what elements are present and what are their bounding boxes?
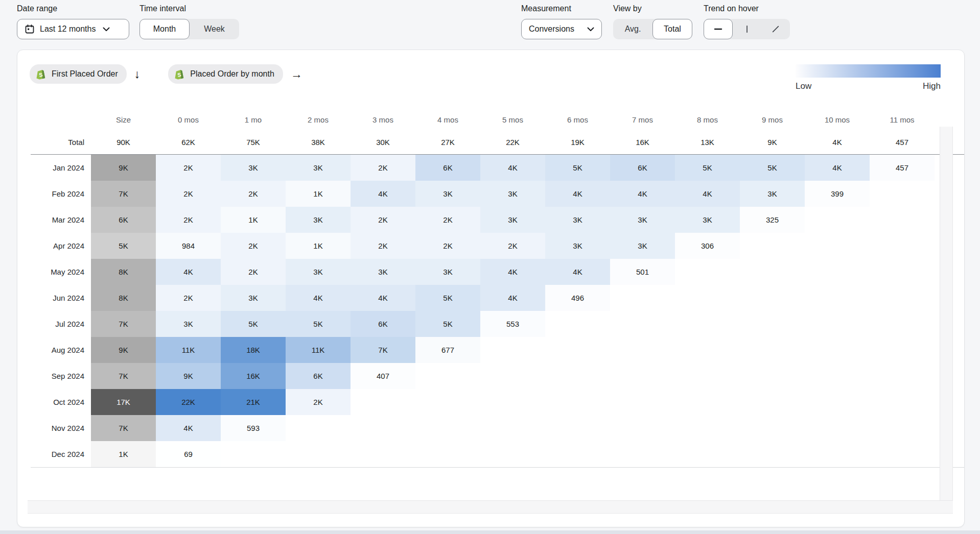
heatmap-cell[interactable]: 4K (480, 155, 545, 181)
heatmap-cell[interactable]: 6K (286, 363, 351, 389)
heatmap-cell[interactable]: 2K (415, 233, 480, 259)
heatmap-cell[interactable]: 496 (545, 285, 610, 311)
heatmap-cell[interactable]: 9K (156, 363, 221, 389)
view-by-option-avg[interactable]: Avg. (613, 19, 652, 39)
heatmap-cell[interactable]: 4K (480, 285, 545, 311)
heatmap-cell[interactable]: 3K (480, 207, 545, 233)
heatmap-cell[interactable]: 2K (415, 207, 480, 233)
view-by-option-total[interactable]: Total (652, 19, 692, 39)
heatmap-cell[interactable]: 3K (156, 311, 221, 337)
cohort-event-badge[interactable]: S First Placed Order (30, 64, 127, 84)
heatmap-cell[interactable]: 4K (610, 181, 675, 207)
heatmap-cell[interactable]: 2K (286, 389, 351, 415)
trend-bar-option[interactable] (733, 19, 761, 39)
heatmap-cell[interactable]: 4K (480, 259, 545, 285)
heatmap-cell[interactable]: 3K (675, 207, 740, 233)
size-cell[interactable]: 9K (91, 337, 156, 363)
date-range-dropdown[interactable]: Last 12 months (17, 19, 129, 39)
heatmap-cell[interactable]: 2K (480, 233, 545, 259)
size-cell[interactable]: 9K (91, 155, 156, 181)
horizontal-scrollbar[interactable] (28, 500, 953, 514)
size-cell[interactable]: 17K (91, 389, 156, 415)
heatmap-cell[interactable]: 4K (286, 285, 351, 311)
heatmap-cell[interactable]: 4K (351, 285, 415, 311)
heatmap-cell[interactable]: 5K (415, 311, 480, 337)
heatmap-cell[interactable]: 3K (610, 233, 675, 259)
heatmap-cell[interactable]: 2K (156, 155, 221, 181)
heatmap-cell[interactable]: 5K (221, 311, 286, 337)
heatmap-cell[interactable]: 22K (156, 389, 221, 415)
heatmap-cell[interactable]: 3K (545, 207, 610, 233)
heatmap-cell[interactable]: 1K (286, 181, 351, 207)
heatmap-cell[interactable]: 3K (740, 181, 805, 207)
measurement-dropdown[interactable]: Conversions (521, 19, 602, 39)
heatmap-cell[interactable]: 4K (545, 181, 610, 207)
heatmap-cell[interactable]: 6K (351, 311, 415, 337)
trend-slope-option[interactable] (761, 19, 790, 39)
heatmap-cell[interactable]: 457 (870, 155, 935, 181)
heatmap-cell[interactable]: 4K (351, 181, 415, 207)
heatmap-cell[interactable]: 3K (480, 181, 545, 207)
size-cell[interactable]: 7K (91, 311, 156, 337)
heatmap-cell[interactable]: 6K (415, 155, 480, 181)
trend-flat-option[interactable] (704, 19, 733, 39)
heatmap-cell[interactable]: 3K (286, 259, 351, 285)
heatmap-cell[interactable]: 593 (221, 415, 286, 441)
vertical-scrollbar[interactable] (940, 127, 953, 500)
heatmap-cell[interactable]: 3K (286, 207, 351, 233)
heatmap-cell[interactable]: 3K (545, 233, 610, 259)
time-interval-option-week[interactable]: Week (190, 19, 239, 39)
size-cell[interactable]: 5K (91, 233, 156, 259)
heatmap-cell[interactable]: 3K (221, 155, 286, 181)
heatmap-cell[interactable]: 3K (351, 259, 415, 285)
heatmap-cell[interactable]: 4K (156, 259, 221, 285)
heatmap-cell[interactable]: 2K (351, 233, 415, 259)
time-interval-option-month[interactable]: Month (139, 19, 190, 39)
heatmap-cell[interactable]: 501 (610, 259, 675, 285)
size-cell[interactable]: 7K (91, 181, 156, 207)
heatmap-cell[interactable]: 399 (805, 181, 870, 207)
size-cell[interactable]: 7K (91, 415, 156, 441)
size-cell[interactable]: 7K (91, 363, 156, 389)
heatmap-cell[interactable]: 2K (156, 181, 221, 207)
heatmap-cell[interactable]: 11K (156, 337, 221, 363)
heatmap-cell[interactable]: 2K (351, 207, 415, 233)
heatmap-cell[interactable]: 4K (805, 155, 870, 181)
heatmap-cell[interactable]: 5K (740, 155, 805, 181)
heatmap-cell[interactable]: 2K (221, 233, 286, 259)
size-cell[interactable]: 8K (91, 285, 156, 311)
heatmap-cell[interactable]: 69 (156, 441, 221, 467)
heatmap-cell[interactable]: 1K (221, 207, 286, 233)
heatmap-cell[interactable]: 407 (351, 363, 415, 389)
heatmap-cell[interactable]: 2K (156, 285, 221, 311)
heatmap-cell[interactable]: 553 (480, 311, 545, 337)
heatmap-cell[interactable]: 3K (415, 259, 480, 285)
heatmap-cell[interactable]: 5K (415, 285, 480, 311)
heatmap-cell[interactable]: 7K (351, 337, 415, 363)
heatmap-cell[interactable]: 4K (675, 181, 740, 207)
heatmap-cell[interactable]: 4K (545, 259, 610, 285)
heatmap-cell[interactable]: 677 (415, 337, 480, 363)
heatmap-cell[interactable]: 306 (675, 233, 740, 259)
heatmap-cell[interactable]: 2K (351, 155, 415, 181)
size-cell[interactable]: 1K (91, 441, 156, 467)
heatmap-cell[interactable]: 18K (221, 337, 286, 363)
heatmap-cell[interactable]: 325 (740, 207, 805, 233)
heatmap-cell[interactable]: 5K (675, 155, 740, 181)
heatmap-cell[interactable]: 5K (545, 155, 610, 181)
heatmap-cell[interactable]: 3K (221, 285, 286, 311)
heatmap-cell[interactable]: 5K (286, 311, 351, 337)
heatmap-cell[interactable]: 6K (610, 155, 675, 181)
heatmap-cell[interactable]: 4K (156, 415, 221, 441)
heatmap-cell[interactable]: 16K (221, 363, 286, 389)
heatmap-cell[interactable]: 3K (415, 181, 480, 207)
heatmap-cell[interactable]: 984 (156, 233, 221, 259)
heatmap-cell[interactable]: 11K (286, 337, 351, 363)
heatmap-cell[interactable]: 2K (156, 207, 221, 233)
heatmap-cell[interactable]: 21K (221, 389, 286, 415)
heatmap-cell[interactable]: 3K (610, 207, 675, 233)
heatmap-cell[interactable]: 2K (221, 181, 286, 207)
metric-event-badge[interactable]: S Placed Order by month (168, 64, 283, 84)
heatmap-cell[interactable]: 3K (286, 155, 351, 181)
size-cell[interactable]: 8K (91, 259, 156, 285)
